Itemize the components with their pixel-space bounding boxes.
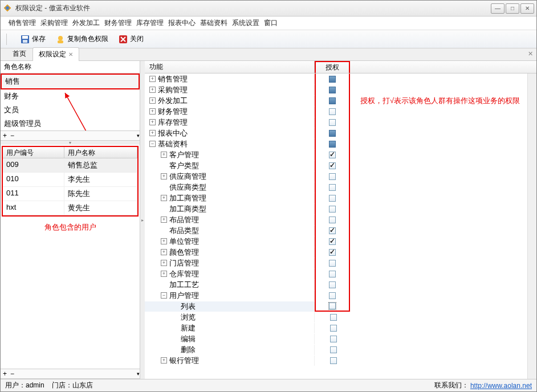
tree-row[interactable]: −用户管理	[145, 290, 536, 301]
tree-row[interactable]: 加工工艺	[145, 279, 536, 290]
tree-row[interactable]: +门店管理	[145, 258, 536, 268]
copy-role-button[interactable]: 复制角色权限	[56, 34, 108, 44]
menu-reports[interactable]: 报表中心	[168, 18, 196, 28]
auth-checkbox[interactable]	[330, 346, 337, 353]
minimize-button[interactable]: —	[491, 3, 505, 14]
close-button[interactable]: 关闭	[119, 34, 144, 44]
user-nav-button[interactable]: ▾	[137, 371, 140, 377]
tree-row[interactable]: +加工商管理	[145, 193, 536, 203]
tree-row[interactable]: +库存管理	[145, 117, 536, 128]
tabs-close-all[interactable]: ✕	[528, 50, 533, 58]
tree-row[interactable]: 新建	[145, 322, 536, 333]
auth-checkbox[interactable]	[329, 130, 336, 137]
expand-icon[interactable]: +	[161, 173, 167, 179]
user-row[interactable]: 011陈先生	[3, 187, 137, 201]
expand-icon[interactable]: +	[161, 260, 167, 266]
user-row[interactable]: hxt黄先生	[3, 201, 137, 215]
tree-row[interactable]: +布品管理	[145, 214, 536, 225]
auth-checkbox[interactable]	[329, 195, 336, 202]
auth-checkbox[interactable]	[329, 271, 336, 277]
expand-icon[interactable]: +	[149, 119, 156, 125]
auth-checkbox[interactable]	[329, 108, 336, 115]
menu-settings[interactable]: 系统设置	[232, 18, 259, 28]
menu-window[interactable]: 窗口	[264, 18, 278, 28]
expand-icon[interactable]: +	[149, 130, 156, 136]
auth-checkbox[interactable]	[330, 325, 337, 332]
tree-row[interactable]: 客户类型	[145, 160, 536, 171]
role-item[interactable]: 销售	[1, 74, 140, 89]
maximize-button[interactable]: □	[506, 3, 519, 14]
auth-checkbox[interactable]	[329, 119, 336, 126]
tab-close-icon[interactable]: ✕	[68, 51, 73, 58]
tree-row[interactable]: 浏览	[145, 312, 536, 322]
auth-checkbox[interactable]	[329, 97, 336, 104]
role-item[interactable]: 超级管理员	[1, 117, 140, 130]
auth-checkbox[interactable]	[329, 281, 336, 288]
vertical-splitter[interactable]	[140, 61, 145, 379]
auth-checkbox[interactable]	[329, 238, 336, 245]
tree-row[interactable]: +报表中心	[145, 128, 536, 138]
tree-row[interactable]: +客户管理	[145, 149, 536, 160]
auth-checkbox[interactable]	[329, 173, 336, 180]
role-add-button[interactable]: +	[3, 132, 7, 140]
user-row[interactable]: 010李先生	[3, 173, 137, 187]
collapse-icon[interactable]: −	[161, 292, 167, 299]
expand-icon[interactable]: +	[161, 152, 167, 158]
tree-row[interactable]: +单位管理	[145, 236, 536, 247]
expand-icon[interactable]: +	[149, 97, 156, 104]
user-remove-button[interactable]: −	[10, 370, 14, 378]
auth-checkbox[interactable]	[330, 336, 337, 342]
status-url-link[interactable]: http://www.aolan.net	[470, 382, 532, 390]
role-nav-button[interactable]: ▾	[137, 133, 140, 138]
tree-row[interactable]: 布品类型	[145, 225, 536, 236]
expand-icon[interactable]: +	[161, 195, 167, 201]
tree-row[interactable]: +供应商管理	[145, 171, 536, 182]
menu-purchase[interactable]: 采购管理	[40, 18, 68, 28]
expand-icon[interactable]: +	[149, 76, 156, 82]
auth-checkbox[interactable]	[329, 217, 336, 223]
auth-checkbox[interactable]	[329, 162, 336, 169]
collapse-icon[interactable]: −	[149, 141, 156, 147]
auth-checkbox[interactable]	[329, 292, 336, 299]
tree-row[interactable]: 列表	[145, 301, 536, 312]
user-add-button[interactable]: +	[3, 370, 7, 378]
expand-icon[interactable]: +	[149, 87, 156, 93]
tab-home[interactable]: 首页	[6, 47, 32, 60]
menu-sales[interactable]: 销售管理	[9, 18, 36, 28]
expand-icon[interactable]: +	[149, 108, 156, 115]
tree-row[interactable]: +仓库管理	[145, 268, 536, 279]
auth-checkbox[interactable]	[329, 303, 336, 309]
role-remove-button[interactable]: −	[10, 132, 14, 140]
menu-inventory[interactable]: 库存管理	[136, 18, 164, 28]
auth-checkbox[interactable]	[329, 76, 336, 83]
menu-base[interactable]: 基础资料	[200, 18, 227, 28]
auth-checkbox[interactable]	[329, 206, 336, 213]
tree-row[interactable]: 编辑	[145, 333, 536, 344]
tree-row[interactable]: +银行管理	[145, 355, 536, 366]
tree-row[interactable]: 加工商类型	[145, 203, 536, 214]
auth-checkbox[interactable]	[329, 141, 336, 148]
tab-permissions[interactable]: 权限设定✕	[32, 47, 79, 61]
expand-icon[interactable]: +	[161, 357, 167, 364]
auth-checkbox[interactable]	[329, 227, 336, 234]
tree-row[interactable]: 供应商类型	[145, 182, 536, 193]
expand-icon[interactable]: +	[161, 238, 167, 244]
auth-checkbox[interactable]	[330, 314, 337, 321]
role-item[interactable]: 财务	[1, 89, 140, 103]
menu-outsource[interactable]: 外发加工	[72, 18, 100, 28]
role-item[interactable]: 文员	[1, 103, 140, 117]
tree-row[interactable]: +颜色管理	[145, 247, 536, 258]
expand-icon[interactable]: +	[161, 249, 167, 255]
auth-checkbox[interactable]	[329, 152, 336, 158]
tree-row[interactable]: 删除	[145, 344, 536, 355]
tree-row[interactable]: +销售管理	[145, 74, 536, 84]
auth-checkbox[interactable]	[329, 260, 336, 267]
tree-row[interactable]: −基础资料	[145, 138, 536, 149]
close-window-button[interactable]: ✕	[520, 3, 534, 14]
save-button[interactable]: 保存	[21, 34, 46, 44]
auth-checkbox[interactable]	[330, 357, 337, 364]
tree-row[interactable]: +采购管理	[145, 84, 536, 95]
user-row[interactable]: 009销售总监	[3, 158, 137, 173]
tree-row[interactable]: +财务管理	[145, 106, 536, 117]
menu-finance[interactable]: 财务管理	[104, 18, 132, 28]
